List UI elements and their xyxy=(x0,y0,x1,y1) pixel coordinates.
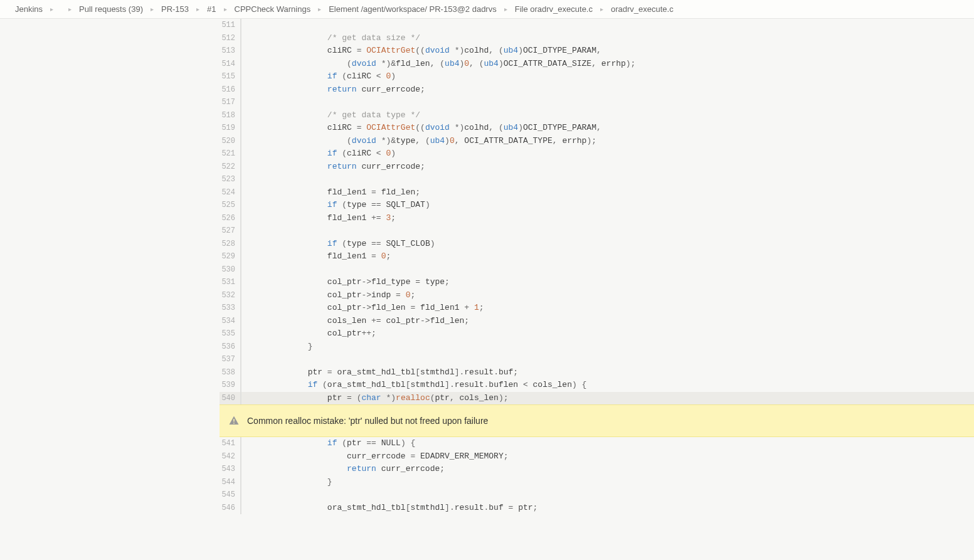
line-source[interactable] xyxy=(241,263,974,277)
line-number[interactable]: 525 xyxy=(220,199,241,212)
breadcrumb-item[interactable]: File oradrv_execute.c xyxy=(512,4,595,14)
line-source[interactable] xyxy=(241,19,974,32)
line-source[interactable]: /* get data type */ xyxy=(241,109,974,122)
warning-box[interactable]: Common realloc mistake: 'ptr' nulled but… xyxy=(220,404,974,437)
code-line: 536 } xyxy=(220,341,974,354)
code-line: 518 /* get data type */ xyxy=(220,109,974,122)
line-number[interactable]: 536 xyxy=(220,341,241,354)
line-number[interactable]: 527 xyxy=(220,225,241,238)
line-number[interactable]: 532 xyxy=(220,289,241,302)
line-source[interactable]: ptr = (char *)realloc(ptr, cols_len); xyxy=(241,392,974,405)
line-source[interactable]: return curr_errcode; xyxy=(241,463,974,476)
line-source[interactable]: cols_len += col_ptr->fld_len; xyxy=(241,315,974,328)
line-number[interactable]: 528 xyxy=(220,238,241,251)
line-source[interactable]: cliRC = OCIAttrGet((dvoid *)colhd, (ub4)… xyxy=(241,122,974,135)
line-number[interactable]: 511 xyxy=(220,19,241,32)
line-source[interactable] xyxy=(241,489,974,502)
code-line: 531 col_ptr->fld_type = type; xyxy=(220,276,974,289)
code-line: 512 /* get data size */ xyxy=(220,32,974,45)
line-source[interactable]: return curr_errcode; xyxy=(241,83,974,97)
line-number[interactable]: 541 xyxy=(220,437,241,450)
code-line: 527 xyxy=(220,225,974,238)
code-line: 516 return curr_errcode; xyxy=(220,83,974,97)
line-number[interactable]: 520 xyxy=(220,135,241,148)
code-line: 535 col_ptr++; xyxy=(220,327,974,341)
line-source[interactable]: if (ora_stmt_hdl_tbl[stmthdl].result.buf… xyxy=(241,379,974,392)
line-number[interactable]: 540 xyxy=(220,392,241,405)
line-number[interactable]: 524 xyxy=(220,186,241,199)
line-number[interactable]: 519 xyxy=(220,122,241,135)
code-line: 544 } xyxy=(220,476,974,489)
line-source[interactable]: if (type == SQLT_CLOB) xyxy=(241,238,974,251)
line-number[interactable]: 533 xyxy=(220,302,241,315)
line-source[interactable]: col_ptr->fld_len = fld_len1 + 1; xyxy=(241,302,974,315)
line-source[interactable]: curr_errcode = EDADRV_ERR_MEMORY; xyxy=(241,450,974,463)
line-source[interactable]: col_ptr->indp = 0; xyxy=(241,289,974,302)
line-source[interactable]: /* get data size */ xyxy=(241,32,974,45)
line-number[interactable]: 539 xyxy=(220,379,241,392)
line-number[interactable]: 537 xyxy=(220,353,241,366)
line-source[interactable]: if (ptr == NULL) { xyxy=(241,437,974,450)
line-source[interactable]: col_ptr->fld_type = type; xyxy=(241,276,974,289)
code-line: 521 if (cliRC < 0) xyxy=(220,147,974,161)
line-number[interactable]: 523 xyxy=(220,173,241,186)
line-number[interactable]: 530 xyxy=(220,263,241,277)
line-source[interactable]: (dvoid *)&fld_len, (ub4)0, (ub4)OCI_ATTR… xyxy=(241,58,974,71)
line-source[interactable]: (dvoid *)&type, (ub4)0, OCI_ATTR_DATA_TY… xyxy=(241,135,974,148)
breadcrumb: Jenkins▸▸Pull requests (39)▸PR-153▸#1▸CP… xyxy=(0,0,974,19)
code-line: 529 fld_len1 = 0; xyxy=(220,250,974,263)
breadcrumb-separator: ▸ xyxy=(224,6,227,13)
line-number[interactable]: 546 xyxy=(220,502,241,515)
line-number[interactable]: 521 xyxy=(220,147,241,161)
line-number[interactable]: 534 xyxy=(220,315,241,328)
line-source[interactable]: } xyxy=(241,341,974,354)
code-line: 541 if (ptr == NULL) { xyxy=(220,437,974,450)
line-number[interactable]: 535 xyxy=(220,327,241,341)
breadcrumb-item[interactable]: Jenkins xyxy=(13,4,45,14)
line-source[interactable]: ora_stmt_hdl_tbl[stmthdl].result.buf = p… xyxy=(241,502,974,515)
line-source[interactable]: if (cliRC < 0) xyxy=(241,147,974,161)
code-viewer[interactable]: 511512 /* get data size */513 cliRC = OC… xyxy=(220,19,974,560)
line-source[interactable] xyxy=(241,225,974,238)
line-source[interactable]: if (type == SQLT_DAT) xyxy=(241,199,974,212)
line-source[interactable]: fld_len1 += 3; xyxy=(241,212,974,225)
line-source[interactable]: fld_len1 = fld_len; xyxy=(241,186,974,199)
line-number[interactable]: 544 xyxy=(220,476,241,489)
line-number[interactable]: 513 xyxy=(220,45,241,58)
line-source[interactable]: } xyxy=(241,476,974,489)
line-number[interactable]: 526 xyxy=(220,212,241,225)
line-number[interactable]: 516 xyxy=(220,83,241,97)
line-source[interactable]: if (cliRC < 0) xyxy=(241,70,974,83)
line-number[interactable]: 515 xyxy=(220,70,241,83)
breadcrumb-item[interactable]: oradrv_execute.c xyxy=(608,4,676,14)
line-number[interactable]: 543 xyxy=(220,463,241,476)
line-number[interactable]: 517 xyxy=(220,96,241,109)
line-source[interactable] xyxy=(241,96,974,109)
line-number[interactable]: 522 xyxy=(220,161,241,174)
line-source[interactable]: col_ptr++; xyxy=(241,327,974,341)
left-gutter xyxy=(0,19,220,560)
breadcrumb-item[interactable]: Element /agent/workspace/ PR-153@2 dadrv… xyxy=(326,4,499,14)
line-source[interactable]: return curr_errcode; xyxy=(241,161,974,174)
line-number[interactable]: 542 xyxy=(220,450,241,463)
line-source[interactable]: fld_len1 = 0; xyxy=(241,250,974,263)
code-line: 543 return curr_errcode; xyxy=(220,463,974,476)
line-source[interactable]: ptr = ora_stmt_hdl_tbl[stmthdl].result.b… xyxy=(241,366,974,379)
line-number[interactable]: 531 xyxy=(220,276,241,289)
line-number[interactable]: 512 xyxy=(220,32,241,45)
line-source[interactable] xyxy=(241,173,974,186)
code-line: 540 ptr = (char *)realloc(ptr, cols_len)… xyxy=(220,392,974,405)
line-number[interactable]: 538 xyxy=(220,366,241,379)
breadcrumb-item[interactable]: PR-153 xyxy=(159,4,191,14)
breadcrumb-item[interactable]: Pull requests (39) xyxy=(77,4,146,14)
breadcrumb-item[interactable]: CPPCheck Warnings xyxy=(232,4,314,14)
line-source[interactable] xyxy=(241,353,974,366)
line-source[interactable]: cliRC = OCIAttrGet((dvoid *)colhd, (ub4)… xyxy=(241,45,974,58)
line-number[interactable]: 529 xyxy=(220,250,241,263)
svg-rect-1 xyxy=(233,423,235,424)
code-line: 526 fld_len1 += 3; xyxy=(220,212,974,225)
line-number[interactable]: 514 xyxy=(220,58,241,71)
line-number[interactable]: 518 xyxy=(220,109,241,122)
line-number[interactable]: 545 xyxy=(220,489,241,502)
breadcrumb-item[interactable]: #1 xyxy=(204,4,218,14)
